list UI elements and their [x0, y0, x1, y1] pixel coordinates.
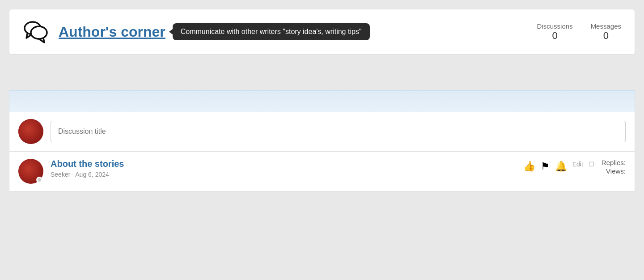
avatar-image — [18, 119, 43, 144]
like-icon[interactable]: 👍 — [523, 161, 535, 172]
page-wrapper: Author's corner Communicate with other w… — [0, 0, 644, 200]
discussion-title-link[interactable]: About the stories — [51, 159, 516, 169]
replies-stat: Replies: — [602, 159, 626, 166]
online-badge — [36, 177, 42, 183]
messages-value: 0 — [591, 30, 621, 42]
discussion-date: Aug 6, 2024 — [75, 171, 109, 178]
discussion-author-avatar — [18, 159, 43, 184]
views-stat: Views: — [602, 167, 626, 175]
views-label: Views: — [606, 167, 626, 175]
discussion-title-input[interactable] — [51, 121, 626, 142]
svg-point-1 — [31, 26, 47, 39]
discussions-stat: Discussions 0 — [537, 22, 573, 42]
discussion-item: About the stories Seeker · Aug 6, 2024 👍… — [9, 152, 635, 191]
forum-stats: Discussions 0 Messages 0 — [537, 22, 621, 42]
forum-icon — [23, 18, 50, 45]
discussion-author: Seeker — [51, 171, 70, 178]
forum-tooltip: Communicate with other writers "story id… — [173, 23, 370, 40]
forum-header-card: Author's corner Communicate with other w… — [9, 9, 635, 55]
spacer — [0, 64, 644, 90]
discussion-input-row — [9, 112, 635, 152]
bell-icon[interactable]: 🔔 — [555, 161, 567, 172]
discussion-actions: 👍 ⚑ 🔔 Edit ☐ — [523, 161, 594, 172]
messages-label: Messages — [591, 22, 621, 30]
discussions-value: 0 — [537, 30, 573, 42]
current-user-avatar — [18, 119, 43, 144]
edit-button[interactable]: Edit — [572, 161, 583, 168]
replies-label: Replies: — [602, 159, 626, 166]
bookmark-icon[interactable]: ⚑ — [541, 161, 550, 172]
discussion-stats: Replies: Views: — [602, 159, 626, 176]
discussion-meta: Seeker · Aug 6, 2024 — [51, 171, 516, 178]
discussions-label: Discussions — [537, 22, 573, 30]
forum-title[interactable]: Author's corner — [59, 24, 165, 40]
messages-stat: Messages 0 — [591, 22, 621, 42]
blue-bar — [9, 90, 635, 112]
discussion-content: About the stories Seeker · Aug 6, 2024 — [51, 159, 516, 178]
online-dot — [38, 178, 41, 182]
checkbox-icon[interactable]: ☐ — [589, 161, 594, 168]
